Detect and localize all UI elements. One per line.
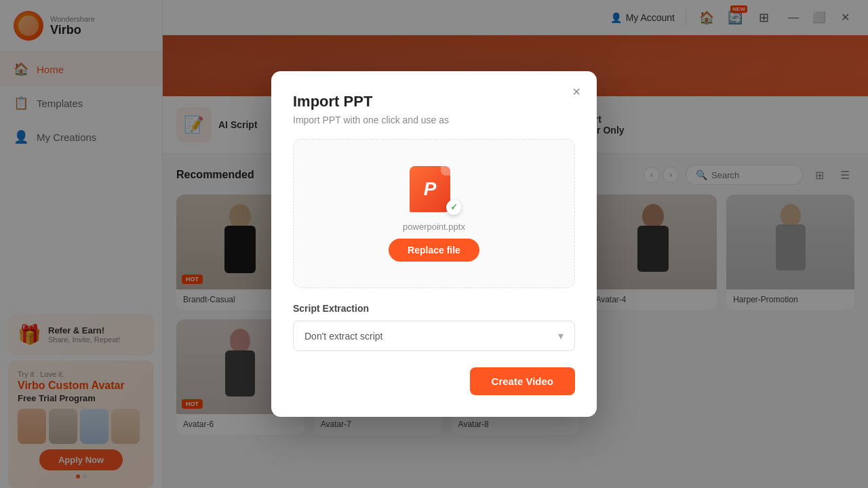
modal-overlay[interactable]: × Import PPT Import PPT with one click a… [0, 0, 868, 488]
script-extraction-label: Script Extraction [293, 303, 575, 314]
ppt-icon-background: P [410, 166, 450, 212]
file-upload-area[interactable]: P powerpoint.pptx Replace file [293, 139, 575, 288]
create-video-button[interactable]: Create Video [470, 367, 575, 395]
uploaded-filename: powerpoint.pptx [403, 222, 465, 232]
modal-subtitle: Import PPT with one click and use as [293, 115, 575, 125]
ppt-file-icon: P [410, 166, 458, 215]
modal-close-button[interactable]: × [567, 82, 586, 101]
dropdown-selected-value: Don't extract script [304, 331, 383, 342]
app-container: Wondershare Virbo 🏠 Home 📋 Templates 👤 M… [0, 0, 868, 488]
ppt-check-icon [446, 200, 461, 215]
replace-file-button[interactable]: Replace file [389, 239, 479, 262]
ppt-letter: P [424, 178, 437, 200]
import-ppt-modal: × Import PPT Import PPT with one click a… [271, 71, 597, 417]
script-extraction-dropdown[interactable]: Don't extract script ▾ [293, 321, 575, 351]
modal-footer: Create Video [293, 367, 575, 395]
modal-title: Import PPT [293, 93, 575, 110]
dropdown-arrow-icon: ▾ [558, 329, 564, 342]
